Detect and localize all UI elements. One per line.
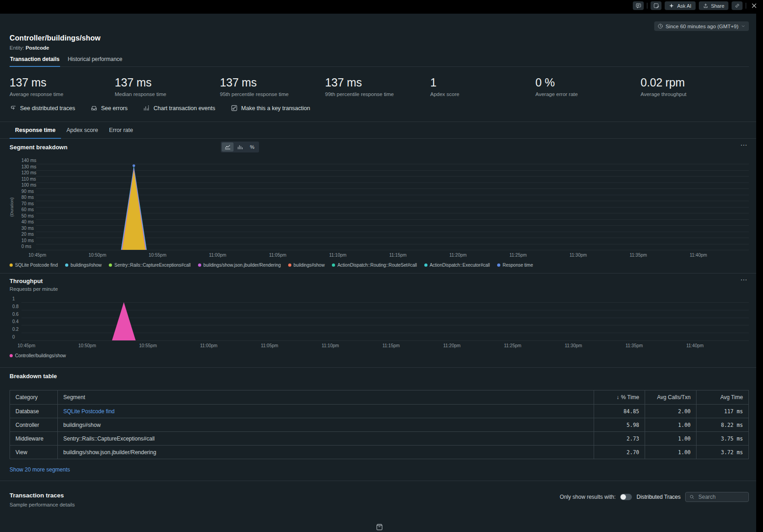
legend-item[interactable]: ActionDispatch::Routing::RouteSet#call [332, 263, 417, 268]
spike-SQLite Postcode find [122, 170, 146, 250]
legend-item[interactable]: Controller/buildings/show [10, 353, 66, 358]
page-title: Controller/buildings/show [10, 34, 749, 42]
row-pct-time: 5.98 [594, 418, 645, 431]
row-segment: SQLite Postcode find [57, 404, 594, 418]
legend-item[interactable]: Sentry::Rails::CaptureExceptions#call [109, 263, 190, 268]
throughput-more-menu[interactable]: ⋯ [740, 276, 748, 284]
area-chart-toggle[interactable] [222, 142, 234, 152]
row-category: View [10, 445, 57, 459]
segment-breakdown-plot-area: 140 ms130 ms120 ms110 ms100 ms90 ms80 ms… [10, 164, 749, 250]
segment-breakdown-legend: SQLite Postcode findbuildings#showSentry… [10, 263, 749, 268]
legend-item[interactable]: Response time [497, 263, 533, 268]
toggle-knob [621, 494, 626, 500]
search-icon [689, 494, 695, 500]
legend-color-dot [198, 263, 201, 267]
legend-label: ActionDispatch::Routing::RouteSet#call [337, 263, 417, 268]
segment-breakdown-x-axis: 10:45pm10:50pm10:55pm11:00pm11:05pm11:10… [36, 253, 749, 258]
row-category: Middleware [10, 431, 57, 445]
legend-label: buildings/show.json.jbuilder/Rendering [203, 263, 281, 268]
section-divider [0, 367, 756, 368]
row-pct-time: 2.70 [594, 445, 645, 459]
legend-item[interactable]: buildings/show.json.jbuilder/Rendering [198, 263, 281, 268]
top-toolbar: Ask AI Share [0, 0, 763, 15]
summary-metric: 137 ms95th percentile response time [220, 76, 325, 97]
time-picker-row: Since 60 minutes ago (GMT+9) [10, 21, 749, 31]
summary-metric: 137 ms99th percentile response time [325, 76, 430, 97]
action-label: See errors [101, 105, 127, 111]
x-axis-tick-label: 10:55pm [149, 253, 167, 258]
percent-chart-toggle[interactable]: % [246, 142, 258, 152]
segment-breakdown-chart: 140 ms130 ms120 ms110 ms100 ms90 ms80 ms… [10, 164, 749, 268]
ask-ai-label: Ask AI [677, 3, 691, 9]
show-more-segments-link[interactable]: Show 20 more segments [10, 466, 70, 473]
legend-item[interactable]: buildings#show [288, 263, 325, 268]
traces-search-input[interactable] [697, 493, 745, 501]
feedback-button[interactable] [633, 1, 644, 10]
legend-item[interactable]: ActionDispatch::Executor#call [424, 263, 490, 268]
percent-icon: % [250, 144, 254, 150]
close-icon [751, 3, 757, 9]
y-axis-tick-label: 80 ms [21, 195, 34, 200]
share-button[interactable]: Share [699, 1, 728, 10]
x-axis-tick-label: 10:55pm [139, 343, 157, 348]
metric-value: 137 ms [325, 76, 430, 89]
legend-label: buildings#show [71, 263, 102, 268]
notes-button[interactable] [651, 1, 661, 10]
metric-label: 99th percentile response time [325, 91, 430, 97]
x-axis-tick-label: 11:10pm [329, 253, 346, 258]
y-axis-tick-label: 10 ms [21, 238, 34, 243]
ask-ai-button[interactable]: Ask AI [665, 1, 695, 10]
time-range-picker[interactable]: Since 60 minutes ago (GMT+9) [654, 21, 749, 31]
metric-label: Average error rate [535, 91, 641, 97]
col-header-segment[interactable]: Segment [57, 390, 594, 404]
segment-breakdown-header: Segment breakdown % ⋯ [10, 143, 749, 155]
chart-transaction-events-link[interactable]: Chart transaction events [143, 105, 215, 111]
tab-error-rate[interactable]: Error rate [103, 127, 138, 138]
bar-chart-toggle[interactable] [234, 142, 246, 152]
quick-actions-row: See distributed traces See errors Chart … [10, 105, 749, 111]
sparkle-icon [669, 3, 674, 9]
key-transaction-icon [231, 105, 238, 111]
x-axis-tick-label: 11:00pm [200, 343, 217, 348]
row-avg-calls: 1.00 [645, 418, 696, 431]
throughput-header: Throughput Requests per minute ⋯ [10, 278, 749, 295]
tab-transaction-details[interactable]: Transaction details [10, 56, 60, 66]
main-tabs: Transaction details Historical performan… [10, 56, 749, 67]
transaction-traces-section: Transaction traces Sample performance de… [10, 492, 749, 507]
bar-chart-icon [237, 144, 243, 150]
errors-inbox-icon [91, 105, 97, 111]
col-header-category[interactable]: Category [10, 390, 57, 404]
legend-item[interactable]: buildings#show [65, 263, 102, 268]
metric-value: 137 ms [220, 76, 325, 89]
make-key-transaction-link[interactable]: Make this a key transaction [231, 105, 310, 111]
tab-response-time[interactable]: Response time [10, 127, 61, 138]
entity-line: Entity: Postcode [10, 45, 749, 51]
legend-color-dot [288, 263, 291, 267]
close-drawer-button[interactable] [749, 1, 758, 10]
see-distributed-traces-link[interactable]: See distributed traces [10, 105, 75, 111]
x-axis-tick-label: 11:30pm [565, 343, 582, 348]
segment-breakdown-more-menu[interactable]: ⋯ [740, 141, 748, 149]
filter-label: Only show results with: [560, 494, 616, 500]
y-axis-tick-label: 100 ms [21, 182, 36, 188]
x-axis-tick-label: 11:25pm [509, 253, 527, 258]
tab-apdex-score[interactable]: Apdex score [61, 127, 103, 138]
row-category: Controller [10, 418, 57, 431]
copy-link-button[interactable] [732, 1, 743, 10]
metric-label: Apdex score [430, 91, 535, 97]
col-header-pct-time[interactable]: ↓ % Time [594, 390, 645, 404]
y-axis-tick-label: 120 ms [21, 170, 36, 176]
distributed-traces-label: Distributed Traces [636, 494, 681, 500]
col-header-avg-time[interactable]: Avg Time [696, 390, 748, 404]
see-errors-link[interactable]: See errors [91, 105, 127, 111]
y-axis-tick-label: 110 ms [21, 177, 36, 182]
distributed-traces-toggle[interactable] [620, 494, 632, 500]
row-segment: Sentry::Rails::CaptureExceptions#call [57, 431, 594, 445]
toolbar-divider [746, 3, 746, 9]
segment-link[interactable]: SQLite Postcode find [63, 408, 115, 415]
col-header-avg-calls[interactable]: Avg Calls/Txn [645, 390, 696, 404]
legend-item[interactable]: SQLite Postcode find [10, 263, 58, 268]
line-chart-icon [224, 144, 231, 150]
tab-historical-performance[interactable]: Historical performance [67, 56, 123, 66]
transaction-traces-subtitle: Sample performance details [10, 502, 749, 507]
